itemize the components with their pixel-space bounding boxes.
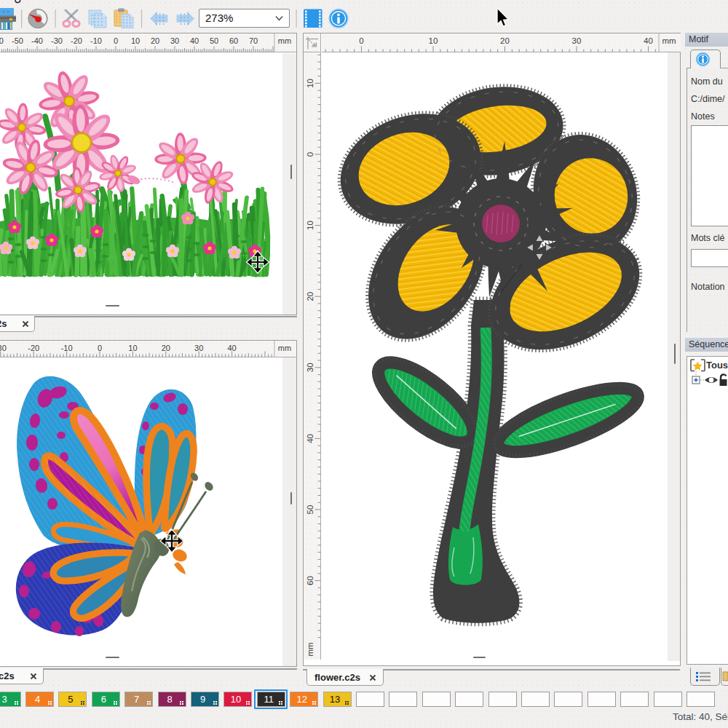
svg-text:0: 0 xyxy=(98,344,102,352)
svg-text:60: 60 xyxy=(229,36,238,45)
svg-text:-50: -50 xyxy=(12,36,23,45)
svg-text:0: 0 xyxy=(359,36,363,45)
svg-text:70: 70 xyxy=(249,36,258,45)
svg-text:40: 40 xyxy=(644,36,653,45)
svg-text:-30: -30 xyxy=(51,36,63,45)
svg-text:-20: -20 xyxy=(28,344,39,352)
svg-text:40: 40 xyxy=(227,344,236,352)
svg-text:10: 10 xyxy=(428,36,438,45)
svg-text:30: 30 xyxy=(306,363,314,372)
svg-text:40: 40 xyxy=(306,434,314,443)
svg-text:30: 30 xyxy=(571,36,581,45)
svg-text:30: 30 xyxy=(194,344,203,352)
svg-text:-10: -10 xyxy=(61,344,73,352)
svg-text:50: 50 xyxy=(306,505,314,515)
svg-text:50: 50 xyxy=(210,36,218,45)
svg-text:mm: mm xyxy=(662,36,676,45)
svg-text:10: 10 xyxy=(128,344,137,352)
svg-text:30: 30 xyxy=(170,36,179,45)
svg-text:10: 10 xyxy=(306,221,314,230)
svg-text:mm: mm xyxy=(278,344,291,352)
svg-text:20: 20 xyxy=(306,292,314,301)
svg-text:-10: -10 xyxy=(90,36,102,45)
svg-text:-60: -60 xyxy=(0,36,4,45)
svg-text:20: 20 xyxy=(162,344,170,352)
svg-text:10: 10 xyxy=(306,79,314,88)
svg-text:-40: -40 xyxy=(31,36,43,45)
svg-text:20: 20 xyxy=(151,36,159,45)
svg-text:10: 10 xyxy=(131,36,140,45)
svg-text:-30: -30 xyxy=(0,344,7,352)
svg-text:60: 60 xyxy=(306,576,314,585)
svg-text:40: 40 xyxy=(190,36,199,45)
svg-text:-20: -20 xyxy=(71,36,82,45)
svg-text:0: 0 xyxy=(114,36,118,45)
svg-text:mm: mm xyxy=(306,642,314,656)
svg-text:mm: mm xyxy=(278,36,291,45)
svg-text:20: 20 xyxy=(500,36,510,45)
svg-text:0: 0 xyxy=(306,152,314,157)
